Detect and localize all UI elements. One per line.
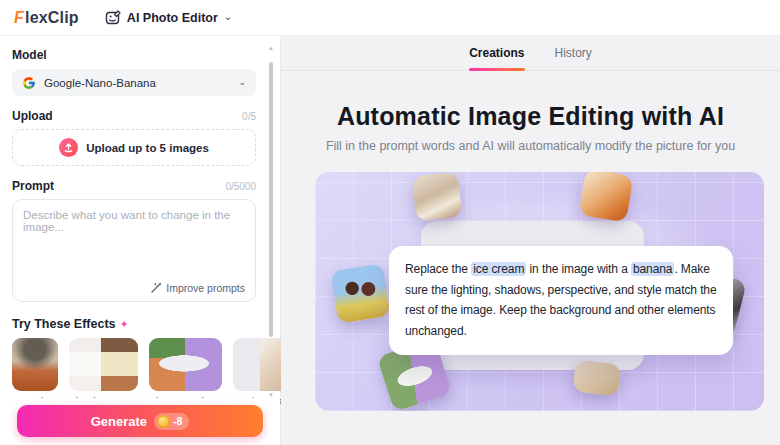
selected-model: Google-Nano-Banana <box>44 77 238 89</box>
effect-thumbnail <box>69 338 138 391</box>
tab-label: Creations <box>469 46 524 60</box>
sample-photo-interior <box>412 172 462 221</box>
sidebar-scrollbar[interactable]: ▲ ▼ <box>268 44 274 399</box>
effects-section-title: Try These Effects <box>12 317 116 331</box>
settings-sidebar: Model Google-Nano-Banana ⌄ Upload 0/5 <box>0 36 281 445</box>
generate-button[interactable]: Generate -8 <box>17 405 263 437</box>
improve-prompts-button[interactable]: Improve prompts <box>150 282 245 294</box>
promo-banner: Replace the ice cream in the image with … <box>315 172 764 411</box>
generate-footer: Generate -8 <box>0 398 280 445</box>
prompt-input[interactable] <box>13 200 255 272</box>
tab-history[interactable]: History <box>555 36 592 71</box>
prompt-highlight-ice-cream: ice cream <box>471 262 526 276</box>
upload-icon <box>59 138 78 157</box>
effects-grid: AI Replace Sketch to Image Change Backgr… <box>12 338 256 406</box>
effect-change-background[interactable]: Change Backgr... <box>149 338 222 406</box>
prompt-text-segment: in the image with a <box>526 262 631 276</box>
logo-f-glyph: F <box>14 9 24 26</box>
sample-photo-tan <box>572 359 622 396</box>
app-header: FlexClip AI Photo Editor ⌄ <box>0 0 780 36</box>
chevron-down-icon: ⌄ <box>224 11 232 22</box>
scrollbar-thumb[interactable] <box>269 62 273 337</box>
coin-icon <box>157 415 170 428</box>
main-panel: Creations History Automatic Image Editin… <box>281 36 780 445</box>
generate-label: Generate <box>91 414 147 429</box>
ai-photo-editor-icon <box>105 10 121 26</box>
upload-counter: 0/5 <box>242 111 256 122</box>
tab-creations[interactable]: Creations <box>469 36 524 71</box>
page-title: Automatic Image Editing with AI <box>281 102 780 131</box>
effect-ai-replace[interactable]: AI Replace <box>12 338 58 406</box>
prompt-counter: 0/5000 <box>225 181 256 192</box>
effect-sketch-to-image[interactable]: Sketch to Image <box>69 338 138 406</box>
app-switcher[interactable]: AI Photo Editor ⌄ <box>105 10 232 26</box>
tab-bar: Creations History <box>281 36 780 71</box>
page-subtitle: Fill in the prompt words and AI will aut… <box>281 139 780 153</box>
example-prompt-card: Replace the ice cream in the image with … <box>389 246 733 355</box>
model-section-label: Model <box>12 48 47 62</box>
active-tab-underline <box>469 68 524 71</box>
google-logo-icon <box>22 76 36 90</box>
scroll-up-arrow[interactable]: ▲ <box>268 44 274 52</box>
prompt-section-label: Prompt <box>12 179 54 193</box>
upload-dropzone[interactable]: Upload up to 5 images <box>12 129 256 166</box>
prompt-highlight-banana: banana <box>631 262 674 276</box>
effect-thumbnail <box>12 338 58 391</box>
example-prompt-text: Replace the ice cream in the image with … <box>405 259 717 342</box>
tab-label: History <box>555 46 592 60</box>
effect-thumbnail <box>149 338 222 391</box>
model-select[interactable]: Google-Nano-Banana ⌄ <box>12 69 256 96</box>
upload-section-label: Upload <box>12 109 53 123</box>
sample-photo-orange-room <box>579 172 634 222</box>
credit-cost: -8 <box>173 415 182 427</box>
logo-text: lexClip <box>25 9 79 26</box>
sparkles-icon: ✦ <box>120 318 129 331</box>
upload-button-label: Upload up to 5 images <box>86 142 209 154</box>
credit-cost-badge: -8 <box>154 413 189 430</box>
app-title: AI Photo Editor <box>127 11 218 25</box>
prompt-box: Improve prompts <box>12 199 256 302</box>
prompt-text-segment: Replace the <box>405 262 471 276</box>
improve-prompts-label: Improve prompts <box>166 282 245 294</box>
sample-photo-couple <box>330 263 391 324</box>
chevron-down-icon: ⌄ <box>238 77 246 87</box>
magic-wand-icon <box>150 282 162 294</box>
flexclip-logo[interactable]: FlexClip <box>14 9 79 27</box>
